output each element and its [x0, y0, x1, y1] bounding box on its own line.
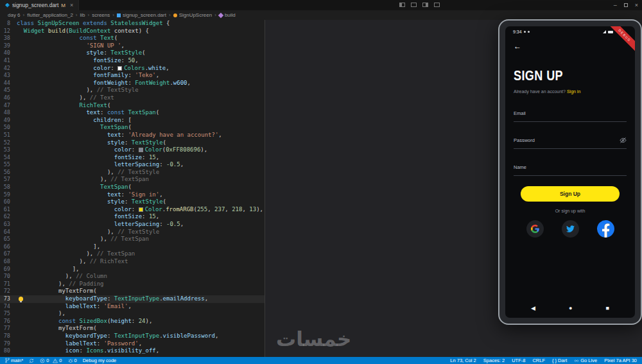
- file-symbol-icon: [117, 13, 121, 17]
- color-swatch: [117, 66, 122, 71]
- android-home-button[interactable]: ●: [569, 305, 572, 311]
- device-selector-item[interactable]: Pixel 7a API 30: [604, 358, 637, 363]
- android-nav-bar: ◀ ● ■: [505, 300, 635, 316]
- code-line-45[interactable]: 45 ), // TextStyle: [0, 87, 265, 94]
- signin-prompt-text: Already have an account?: [514, 89, 566, 94]
- code-line-49[interactable]: 49 children: [: [0, 117, 265, 125]
- code-line-42[interactable]: 42 color: Colors.white,: [0, 65, 265, 73]
- breadcrumb-item-build[interactable]: build: [219, 12, 236, 18]
- breadcrumb-item-screens[interactable]: screens: [92, 12, 110, 18]
- code-line-69[interactable]: 69 ],: [0, 266, 265, 273]
- code-line-48[interactable]: 48 text: const TextSpan(: [0, 109, 265, 117]
- android-recents-button[interactable]: ■: [606, 305, 609, 311]
- code-line-56[interactable]: 56 ), // TextStyle: [0, 169, 265, 177]
- breadcrumb-item-day-6[interactable]: day 6: [8, 12, 21, 18]
- toggle-sidebar-icon[interactable]: [399, 3, 405, 7]
- code-line-63[interactable]: 63 letterSpacing: -0.5,: [0, 221, 265, 229]
- breadcrumb-item-signup-screen-dart[interactable]: signup_screen.dart: [117, 12, 166, 18]
- code-line-39[interactable]: 39 'SIGN UP ',: [0, 42, 265, 50]
- code-line-74[interactable]: 74 labelText: 'Email',: [0, 303, 265, 311]
- minimize-icon[interactable]: –: [614, 2, 617, 8]
- sign-up-button[interactable]: Sign Up: [521, 186, 620, 202]
- code-line-61[interactable]: 61 color: Color.fromARGB(255, 237, 218, …: [0, 206, 265, 214]
- indentation-item[interactable]: Spaces: 2: [483, 358, 505, 363]
- ports-item[interactable]: 0: [68, 358, 77, 363]
- code-line-65[interactable]: 65 ), // TextSpan: [0, 236, 265, 243]
- toggle-panel-icon[interactable]: [411, 3, 417, 7]
- breadcrumb-item-signupscreen[interactable]: SignUpScreen: [173, 12, 213, 18]
- password-label: Password: [514, 137, 535, 143]
- line-number: 8: [0, 20, 17, 28]
- tab-signup-screen-dart[interactable]: signup_screen.dart M ×: [0, 0, 79, 10]
- code-editor-pane[interactable]: 8class SignUpScreen extends StatelessWid…: [0, 20, 265, 357]
- code-line-70[interactable]: 70 ), // Column: [0, 273, 265, 281]
- debug-my-code-item[interactable]: Debug my code: [83, 358, 117, 363]
- encoding-item[interactable]: UTF-8: [512, 358, 525, 363]
- emulator-screen: 9:34 DEBUG ← SIGN UP Already have an acc…: [505, 26, 635, 318]
- toggle-secondary-sidebar-icon[interactable]: [422, 3, 428, 7]
- code-line-41[interactable]: 41 fontSize: 50,: [0, 57, 265, 65]
- code-line-80[interactable]: 80 icon: Icons.visibility_off,: [0, 347, 265, 355]
- cursor-position-item[interactable]: Ln 73, Col 2: [450, 358, 476, 363]
- code-line-55[interactable]: 55 letterSpacing: -0.5,: [0, 161, 265, 169]
- code-line-57[interactable]: 57 ), // TextSpan: [0, 176, 265, 184]
- language-mode-item[interactable]: { } Dart: [552, 358, 567, 363]
- status-bar: main* 0 0 0 Debug my code Ln 73, Col 2 S…: [0, 357, 642, 364]
- code-line-66[interactable]: 66 ],: [0, 243, 265, 251]
- code-line-54[interactable]: 54 fontSize: 15,: [0, 154, 265, 162]
- code-line-64[interactable]: 64 ), // TextStyle: [0, 229, 265, 236]
- name-field[interactable]: Name: [514, 149, 627, 176]
- code-line-58[interactable]: 58 TextSpan(: [0, 184, 265, 191]
- code-line-78[interactable]: 78 keyboardType: TextInputType.visiblePa…: [0, 333, 265, 340]
- sync-changes-item[interactable]: [29, 358, 34, 363]
- visibility-off-icon[interactable]: [620, 137, 627, 143]
- code-line-52[interactable]: 52 style: TextStyle(: [0, 139, 265, 147]
- code-line-79[interactable]: 79 labelText: 'Password',: [0, 340, 265, 348]
- breadcrumb-item-lib[interactable]: lib: [80, 12, 85, 18]
- code-line-38[interactable]: 38 const Text(: [0, 35, 265, 42]
- android-back-button[interactable]: ◀: [531, 305, 535, 311]
- code-line-50[interactable]: 50 TextSpan(: [0, 124, 265, 132]
- maximize-icon[interactable]: [624, 3, 628, 7]
- breadcrumb-item-flutter-application-2[interactable]: flutter_application_2: [27, 12, 73, 18]
- git-branch-item[interactable]: main*: [5, 358, 23, 363]
- code-line-68[interactable]: 68 ), // RichText: [0, 258, 265, 266]
- customize-layout-icon[interactable]: [434, 3, 440, 7]
- google-signup-button[interactable]: [526, 220, 544, 238]
- code-line-8[interactable]: 8class SignUpScreen extends StatelessWid…: [0, 20, 265, 28]
- sign-in-link[interactable]: Sign in: [567, 89, 580, 94]
- facebook-signup-button[interactable]: [597, 220, 614, 238]
- line-number: 61: [0, 206, 17, 214]
- code-line-75[interactable]: 75 ),: [0, 310, 265, 318]
- line-number: 63: [0, 221, 17, 229]
- code-line-12[interactable]: 12 Widget build(BuildContext context) {: [0, 28, 265, 35]
- code-line-72[interactable]: 72 myTextForm(: [0, 288, 265, 295]
- code-line-46[interactable]: 46 ), // Text: [0, 94, 265, 102]
- code-line-47[interactable]: 47 RichText(: [0, 102, 265, 110]
- code-line-40[interactable]: 40 style: TextStyle(: [0, 49, 265, 57]
- code-line-53[interactable]: 53 color: Color(0xFF808696),: [0, 146, 265, 154]
- code-line-44[interactable]: 44 fontWeight: FontWeight.w600,: [0, 80, 265, 87]
- line-number: 55: [0, 161, 17, 169]
- password-field[interactable]: Password: [514, 122, 627, 149]
- twitter-signup-button[interactable]: [562, 220, 579, 238]
- code-line-51[interactable]: 51 text: 'Already have an account?',: [0, 132, 265, 139]
- code-line-71[interactable]: 71 ), // Padding: [0, 281, 265, 288]
- go-live-item[interactable]: Go Live: [574, 358, 597, 363]
- code-line-60[interactable]: 60 style: TextStyle(: [0, 198, 265, 206]
- code-line-77[interactable]: 77 myTextForm(: [0, 325, 265, 333]
- code-line-62[interactable]: 62 fontSize: 15,: [0, 213, 265, 221]
- code-line-43[interactable]: 43 fontFamily: 'Teko',: [0, 72, 265, 80]
- back-button[interactable]: ←: [514, 42, 524, 51]
- close-icon[interactable]: ×: [635, 2, 638, 8]
- email-field[interactable]: Email: [514, 94, 627, 122]
- breadcrumb-separator: ›: [169, 12, 171, 18]
- code-line-67[interactable]: 67 ), // TextSpan: [0, 250, 265, 258]
- eol-item[interactable]: CRLF: [532, 358, 545, 363]
- lightbulb-icon[interactable]: [19, 297, 23, 301]
- tab-close-icon[interactable]: ×: [70, 2, 73, 8]
- code-line-73[interactable]: 73 keyboardType: TextInputType.emailAddr…: [0, 295, 265, 303]
- code-line-59[interactable]: 59 text: 'Sign in',: [0, 191, 265, 199]
- problems-item[interactable]: 0 0: [40, 358, 62, 363]
- code-line-76[interactable]: 76 const SizedBox(height: 24),: [0, 318, 265, 325]
